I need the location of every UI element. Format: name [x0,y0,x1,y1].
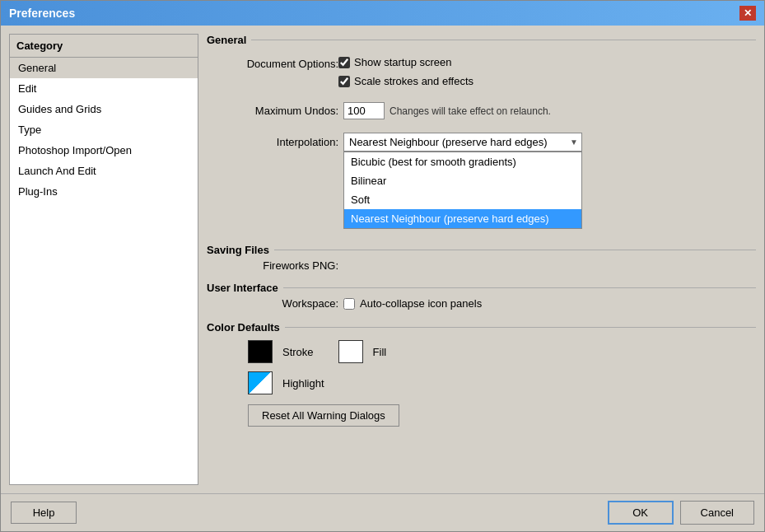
max-undos-input[interactable] [343,102,385,119]
dialog-footer: Help OK Cancel [1,493,764,531]
footer-left: Help [11,502,77,524]
auto-collapse-checkbox[interactable] [343,298,355,310]
cancel-button[interactable]: Cancel [680,501,754,525]
section-header-color: Color Defaults [207,321,756,334]
color-swatches-row: Stroke Fill [248,340,756,363]
color-defaults-section: Color Defaults Stroke Fill Highlight [207,321,756,427]
preferences-dialog: Preferences ✕ Category General Edit Guid… [0,0,765,532]
dialog-body: Category General Edit Guides and Grids T… [1,26,764,493]
interpolation-label: Interpolation: [207,133,338,148]
fireworks-png-label: Fireworks PNG: [207,259,338,272]
show-startup-checkbox[interactable] [338,57,350,68]
saving-files-section: Saving Files Fireworks PNG: [207,244,756,272]
max-undos-label: Maximum Undos: [207,105,338,117]
ok-button[interactable]: OK [608,501,674,525]
stroke-swatch[interactable] [248,340,273,363]
sidebar-item-edit[interactable]: Edit [10,78,198,99]
ui-section-label: User Interface [207,282,278,294]
help-button[interactable]: Help [11,502,77,524]
fill-label: Fill [373,346,387,358]
highlight-label: Highlight [282,377,324,390]
section-header-ui: User Interface [207,282,756,294]
sidebar-item-type[interactable]: Type [10,119,198,140]
sidebar-item-guides-grids[interactable]: Guides and Grids [10,99,198,119]
saving-files-label: Saving Files [207,244,269,256]
auto-collapse-label: Auto-collapse icon panels [360,297,482,310]
show-startup-label: Show startup screen [354,56,452,68]
section-header-general: General [207,34,756,46]
user-interface-section: User Interface Workspace: Auto-collapse … [207,282,756,310]
sidebar: Category General Edit Guides and Grids T… [9,34,198,485]
doc-options-label: Document Options: [207,56,338,70]
scale-strokes-checkbox[interactable] [338,76,350,87]
interpolation-option-bilinear[interactable]: Bilinear [344,171,581,190]
interpolation-selected[interactable]: Nearest Neighbour (preserve hard edges) [343,133,582,152]
fill-swatch[interactable] [338,340,363,363]
interpolation-option-bicubic[interactable]: Bicubic (best for smooth gradients) [344,152,581,171]
show-startup-row: Show startup screen [338,56,473,68]
interpolation-selected-text: Nearest Neighbour (preserve hard edges) [349,136,548,148]
color-defaults-label: Color Defaults [207,321,280,334]
sidebar-item-launch-edit[interactable]: Launch And Edit [10,161,198,181]
interpolation-option-soft[interactable]: Soft [344,190,581,209]
close-button[interactable]: ✕ [739,6,756,21]
reset-warning-button[interactable]: Reset All Warning Dialogs [248,404,399,427]
interpolation-list: Bicubic (best for smooth gradients) Bili… [343,152,582,229]
scale-strokes-row: Scale strokes and effects [338,75,473,87]
section-header-saving: Saving Files [207,244,756,256]
fill-pair: Fill [338,340,387,363]
sidebar-item-general[interactable]: General [10,58,198,78]
stroke-pair: Stroke [248,340,314,363]
footer-right: OK Cancel [608,501,754,525]
category-label: Category [10,35,198,58]
stroke-label: Stroke [282,346,314,358]
dialog-title: Preferences [9,7,75,20]
section-title-general: General [207,34,246,46]
scale-strokes-label: Scale strokes and effects [354,75,473,87]
undos-hint: Changes will take effect on relaunch. [389,105,551,117]
content-area: General Document Options: Show startup s… [207,34,756,485]
highlight-row: Highlight [248,371,756,394]
interpolation-dropdown[interactable]: Nearest Neighbour (preserve hard edges) … [343,133,582,152]
workspace-label: Workspace: [207,297,338,310]
sidebar-item-plug-ins[interactable]: Plug-Ins [10,181,198,202]
title-bar: Preferences ✕ [1,1,764,26]
sidebar-item-photoshop[interactable]: Photoshop Import/Open [10,140,198,161]
highlight-swatch[interactable] [248,371,273,394]
interpolation-option-nearest[interactable]: Nearest Neighbour (preserve hard edges) [344,209,581,228]
